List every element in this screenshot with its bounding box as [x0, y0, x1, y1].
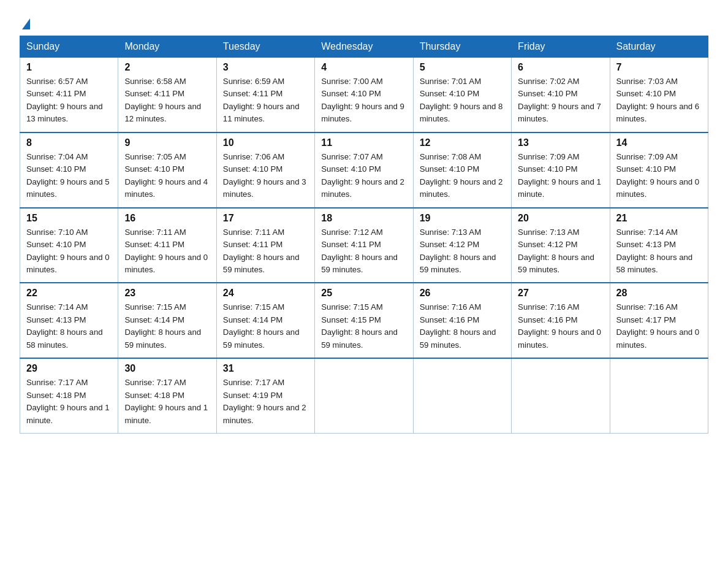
day-number: 2: [124, 62, 210, 73]
calendar-week-row: 1 Sunrise: 6:57 AMSunset: 4:11 PMDayligh…: [20, 58, 708, 132]
day-info: Sunrise: 7:08 AMSunset: 4:10 PMDaylight:…: [420, 152, 503, 199]
day-info: Sunrise: 7:17 AMSunset: 4:18 PMDaylight:…: [124, 378, 208, 424]
calendar-day-cell: 23 Sunrise: 7:15 AMSunset: 4:14 PMDaylig…: [118, 283, 216, 358]
day-info: Sunrise: 6:57 AMSunset: 4:11 PMDaylight:…: [26, 77, 103, 123]
day-number: 28: [616, 288, 702, 299]
calendar-day-cell: 28 Sunrise: 7:16 AMSunset: 4:17 PMDaylig…: [610, 283, 708, 358]
weekday-header-saturday: Saturday: [610, 36, 708, 58]
day-info: Sunrise: 7:00 AMSunset: 4:10 PMDaylight:…: [321, 77, 404, 123]
day-number: 20: [518, 213, 603, 224]
day-info: Sunrise: 7:05 AMSunset: 4:10 PMDaylight:…: [124, 152, 208, 199]
calendar-day-cell: 2 Sunrise: 6:58 AMSunset: 4:11 PMDayligh…: [118, 58, 216, 132]
calendar-day-cell: 11 Sunrise: 7:07 AMSunset: 4:10 PMDaylig…: [315, 132, 413, 208]
calendar-day-cell: 13 Sunrise: 7:09 AMSunset: 4:10 PMDaylig…: [512, 132, 610, 208]
day-number: 22: [26, 288, 112, 299]
calendar-week-row: 8 Sunrise: 7:04 AMSunset: 4:10 PMDayligh…: [20, 132, 708, 208]
calendar-day-cell: 8 Sunrise: 7:04 AMSunset: 4:10 PMDayligh…: [20, 132, 118, 208]
day-number: 13: [518, 137, 603, 148]
day-info: Sunrise: 7:09 AMSunset: 4:10 PMDaylight:…: [518, 152, 601, 199]
weekday-header-thursday: Thursday: [413, 36, 511, 58]
day-number: 21: [616, 213, 702, 224]
day-number: 19: [420, 213, 505, 224]
calendar-day-cell: 5 Sunrise: 7:01 AMSunset: 4:10 PMDayligh…: [413, 58, 511, 132]
calendar-day-cell: 27 Sunrise: 7:16 AMSunset: 4:16 PMDaylig…: [512, 283, 610, 358]
day-number: 1: [26, 62, 112, 73]
day-number: 7: [616, 62, 702, 73]
day-number: 14: [616, 137, 702, 148]
day-number: 31: [223, 363, 308, 374]
day-info: Sunrise: 7:07 AMSunset: 4:10 PMDaylight:…: [321, 152, 404, 199]
calendar-day-cell: 15 Sunrise: 7:10 AMSunset: 4:10 PMDaylig…: [20, 208, 118, 283]
calendar-day-cell: 3 Sunrise: 6:59 AMSunset: 4:11 PMDayligh…: [216, 58, 314, 132]
calendar-empty-cell: [512, 358, 610, 433]
day-number: 26: [420, 288, 505, 299]
day-number: 9: [124, 137, 210, 148]
calendar-empty-cell: [610, 358, 708, 433]
day-info: Sunrise: 7:14 AMSunset: 4:13 PMDaylight:…: [26, 302, 103, 349]
day-number: 25: [321, 288, 406, 299]
calendar-table: SundayMondayTuesdayWednesdayThursdayFrid…: [20, 36, 708, 434]
weekday-header-sunday: Sunday: [20, 36, 118, 58]
day-number: 11: [321, 137, 406, 148]
header: [20, 15, 708, 28]
calendar-day-cell: 14 Sunrise: 7:09 AMSunset: 4:10 PMDaylig…: [610, 132, 708, 208]
day-info: Sunrise: 7:12 AMSunset: 4:11 PMDaylight:…: [321, 228, 398, 274]
day-number: 23: [124, 288, 210, 299]
weekday-header-row: SundayMondayTuesdayWednesdayThursdayFrid…: [20, 36, 708, 58]
day-number: 4: [321, 62, 406, 73]
logo: [20, 15, 30, 28]
day-info: Sunrise: 7:06 AMSunset: 4:10 PMDaylight:…: [223, 152, 306, 199]
calendar-day-cell: 19 Sunrise: 7:13 AMSunset: 4:12 PMDaylig…: [413, 208, 511, 283]
calendar-day-cell: 16 Sunrise: 7:11 AMSunset: 4:11 PMDaylig…: [118, 208, 216, 283]
day-number: 12: [420, 137, 505, 148]
calendar-day-cell: 7 Sunrise: 7:03 AMSunset: 4:10 PMDayligh…: [610, 58, 708, 132]
day-number: 17: [223, 213, 308, 224]
calendar-day-cell: 9 Sunrise: 7:05 AMSunset: 4:10 PMDayligh…: [118, 132, 216, 208]
day-info: Sunrise: 6:58 AMSunset: 4:11 PMDaylight:…: [124, 77, 201, 123]
calendar-day-cell: 20 Sunrise: 7:13 AMSunset: 4:12 PMDaylig…: [512, 208, 610, 283]
day-info: Sunrise: 7:11 AMSunset: 4:11 PMDaylight:…: [124, 228, 208, 274]
calendar-day-cell: 17 Sunrise: 7:11 AMSunset: 4:11 PMDaylig…: [216, 208, 314, 283]
day-info: Sunrise: 7:15 AMSunset: 4:15 PMDaylight:…: [321, 302, 398, 349]
day-number: 6: [518, 62, 603, 73]
calendar-day-cell: 1 Sunrise: 6:57 AMSunset: 4:11 PMDayligh…: [20, 58, 118, 132]
day-info: Sunrise: 7:01 AMSunset: 4:10 PMDaylight:…: [420, 77, 503, 123]
calendar-day-cell: 4 Sunrise: 7:00 AMSunset: 4:10 PMDayligh…: [315, 58, 413, 132]
day-info: Sunrise: 6:59 AMSunset: 4:11 PMDaylight:…: [223, 77, 300, 123]
calendar-day-cell: 24 Sunrise: 7:15 AMSunset: 4:14 PMDaylig…: [216, 283, 314, 358]
day-info: Sunrise: 7:13 AMSunset: 4:12 PMDaylight:…: [420, 228, 496, 274]
day-info: Sunrise: 7:03 AMSunset: 4:10 PMDaylight:…: [616, 77, 700, 123]
calendar-day-cell: 12 Sunrise: 7:08 AMSunset: 4:10 PMDaylig…: [413, 132, 511, 208]
calendar-day-cell: 25 Sunrise: 7:15 AMSunset: 4:15 PMDaylig…: [315, 283, 413, 358]
calendar-week-row: 15 Sunrise: 7:10 AMSunset: 4:10 PMDaylig…: [20, 208, 708, 283]
day-info: Sunrise: 7:16 AMSunset: 4:16 PMDaylight:…: [518, 302, 601, 349]
day-info: Sunrise: 7:13 AMSunset: 4:12 PMDaylight:…: [518, 228, 594, 274]
day-info: Sunrise: 7:15 AMSunset: 4:14 PMDaylight:…: [223, 302, 300, 349]
day-number: 8: [26, 137, 112, 148]
day-number: 10: [223, 137, 308, 148]
weekday-header-monday: Monday: [118, 36, 216, 58]
calendar-week-row: 29 Sunrise: 7:17 AMSunset: 4:18 PMDaylig…: [20, 358, 708, 433]
day-info: Sunrise: 7:16 AMSunset: 4:16 PMDaylight:…: [420, 302, 496, 349]
day-number: 15: [26, 213, 112, 224]
day-info: Sunrise: 7:17 AMSunset: 4:18 PMDaylight:…: [26, 378, 110, 424]
calendar-day-cell: 26 Sunrise: 7:16 AMSunset: 4:16 PMDaylig…: [413, 283, 511, 358]
page: SundayMondayTuesdayWednesdayThursdayFrid…: [0, 0, 728, 448]
day-info: Sunrise: 7:09 AMSunset: 4:10 PMDaylight:…: [616, 152, 700, 199]
calendar-day-cell: 30 Sunrise: 7:17 AMSunset: 4:18 PMDaylig…: [118, 358, 216, 433]
day-info: Sunrise: 7:11 AMSunset: 4:11 PMDaylight:…: [223, 228, 300, 274]
weekday-header-friday: Friday: [512, 36, 610, 58]
day-number: 18: [321, 213, 406, 224]
day-number: 30: [124, 363, 210, 374]
day-number: 24: [223, 288, 308, 299]
day-number: 5: [420, 62, 505, 73]
calendar-day-cell: 21 Sunrise: 7:14 AMSunset: 4:13 PMDaylig…: [610, 208, 708, 283]
weekday-header-wednesday: Wednesday: [315, 36, 413, 58]
weekday-header-tuesday: Tuesday: [216, 36, 314, 58]
day-info: Sunrise: 7:15 AMSunset: 4:14 PMDaylight:…: [124, 302, 201, 349]
day-info: Sunrise: 7:02 AMSunset: 4:10 PMDaylight:…: [518, 77, 601, 123]
day-number: 27: [518, 288, 603, 299]
calendar-day-cell: 18 Sunrise: 7:12 AMSunset: 4:11 PMDaylig…: [315, 208, 413, 283]
day-info: Sunrise: 7:16 AMSunset: 4:17 PMDaylight:…: [616, 302, 700, 349]
calendar-empty-cell: [413, 358, 511, 433]
